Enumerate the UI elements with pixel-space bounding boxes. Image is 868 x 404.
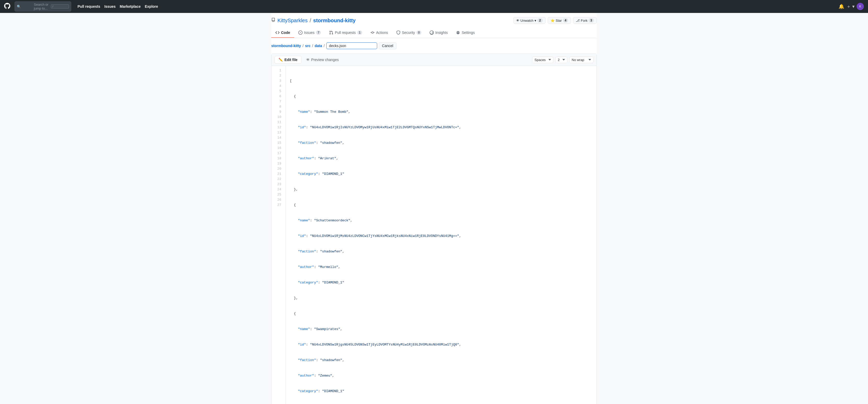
pull-requests-link[interactable]: Pull requests (78, 4, 100, 8)
topnav-links: Pull requests Issues Marketplace Explore (78, 4, 158, 8)
editor-controls: Spaces Tabs 2 4 8 No wrap Soft wrap (532, 57, 593, 63)
tab-insights-label: Insights (435, 31, 448, 35)
github-logo-icon[interactable] (4, 3, 10, 10)
page-content: KittySparkles / stormbound-kitty 👁 Unwat… (271, 13, 597, 404)
tab-pullrequests[interactable]: Pull requests 1 (325, 28, 366, 38)
notifications-button[interactable]: 🔔 (839, 4, 844, 9)
pr-badge: 1 (357, 31, 362, 35)
code-line-14: "category": "DIAMOND_1" (290, 280, 592, 285)
edit-file-tab[interactable]: ✏️ Edit file (275, 56, 302, 64)
line-num-2: 2 (276, 73, 281, 78)
code-line-7: "category": "DIAMOND_1" (290, 171, 592, 177)
code-editor[interactable]: 1 2 3 4 5 6 7 8 9 10 11 12 13 14 15 16 1 (272, 66, 596, 404)
indent-type-select[interactable]: Spaces Tabs (532, 57, 553, 63)
breadcrumb-data[interactable]: data (315, 44, 322, 48)
line-num-25: 25 (276, 192, 281, 197)
repo-actions: 👁 Unwatch ▾ 2 ⭐ Star 4 ⎇ Fork 3 (513, 17, 597, 24)
topnav-right: 🔔 ＋ ▾ K (839, 3, 864, 10)
line-num-27: 27 (276, 203, 281, 208)
line-num-11: 11 (276, 120, 281, 125)
star-button[interactable]: ⭐ Star 4 (548, 17, 571, 24)
tab-code[interactable]: Code (271, 28, 294, 38)
cancel-button[interactable]: Cancel (379, 42, 397, 49)
code-line-3: "name": "Summon The Bomb", (290, 109, 592, 115)
line-num-16: 16 (276, 146, 281, 151)
repo-header: KittySparkles / stormbound-kitty 👁 Unwat… (271, 13, 597, 28)
code-line-15: }, (290, 296, 592, 301)
watch-button[interactable]: 👁 Unwatch ▾ 2 (513, 17, 546, 24)
line-num-15: 15 (276, 140, 281, 146)
repo-title: KittySparkles / stormbound-kitty (271, 18, 356, 24)
line-num-26: 26 (276, 197, 281, 203)
search-kbd: / (51, 4, 69, 8)
fork-icon: ⎇ (576, 19, 580, 23)
tab-actions[interactable]: Actions (366, 28, 392, 38)
issues-link[interactable]: Issues (104, 4, 116, 8)
editor-toolbar: ✏️ Edit file 👁 Preview changes Spaces Ta… (272, 54, 596, 66)
wrap-mode-select[interactable]: No wrap Soft wrap (569, 57, 593, 63)
filename-input[interactable] (326, 42, 377, 49)
tab-code-label: Code (281, 31, 290, 35)
repo-sep: / (310, 18, 311, 24)
edit-tab-label: Edit file (284, 58, 298, 62)
line-num-3: 3 (276, 78, 281, 84)
repo-name-link[interactable]: stormbound-kitty (313, 18, 355, 24)
search-placeholder: Search or jump to... (34, 3, 49, 10)
code-content[interactable]: [ { "name": "Summon The Bomb", "id": "NU… (286, 66, 596, 404)
tab-security[interactable]: Security 0 (392, 28, 426, 38)
line-num-7: 7 (276, 99, 281, 104)
tab-actions-label: Actions (376, 31, 388, 35)
search-bar[interactable]: 🔍 Search or jump to... / (14, 1, 71, 12)
line-num-6: 6 (276, 94, 281, 99)
code-line-18: "id": "NU4xLDVONSw1RjgsNU45LDVGNSw1TjEyL… (290, 342, 592, 347)
code-line-8: }, (290, 187, 592, 192)
editor-container: ✏️ Edit file 👁 Preview changes Spaces Ta… (271, 54, 597, 404)
tab-insights[interactable]: Insights (426, 28, 452, 38)
breadcrumb: stormbound-kitty / src / data / Cancel (271, 38, 597, 54)
line-num-8: 8 (276, 104, 281, 109)
issues-badge: 7 (316, 31, 321, 35)
line-num-9: 9 (276, 109, 281, 115)
line-numbers: 1 2 3 4 5 6 7 8 9 10 11 12 13 14 15 16 1 (272, 66, 286, 404)
code-line-16: { (290, 311, 592, 316)
preview-changes-tab[interactable]: 👁 Preview changes (303, 56, 343, 64)
repo-icon (271, 18, 275, 23)
preview-tab-label: Preview changes (311, 58, 339, 62)
tab-issues-label: Issues (304, 31, 314, 35)
line-num-19: 19 (276, 161, 281, 166)
top-navigation: 🔍 Search or jump to... / Pull requests I… (0, 0, 868, 13)
line-num-12: 12 (276, 125, 281, 130)
editor-tabs: ✏️ Edit file 👁 Preview changes (275, 56, 342, 64)
eye-icon: 👁 (516, 19, 520, 23)
pencil-icon: ✏️ (278, 58, 283, 62)
tab-issues[interactable]: Issues 7 (294, 28, 325, 38)
code-line-5: "faction": "shadowfen", (290, 140, 592, 146)
tab-settings[interactable]: Settings (452, 28, 479, 38)
code-line-2: { (290, 94, 592, 99)
line-num-22: 22 (276, 177, 281, 182)
fork-button[interactable]: ⎇ Fork 3 (573, 17, 597, 24)
breadcrumb-sep2: / (312, 44, 313, 48)
line-num-4: 4 (276, 84, 281, 89)
code-line-20: "author": "Zemeu", (290, 373, 592, 378)
repo-owner-link[interactable]: KittySparkles (277, 18, 308, 24)
code-line-1: [ (290, 78, 592, 84)
indent-size-select[interactable]: 2 4 8 (555, 57, 567, 63)
avatar[interactable]: K (857, 3, 864, 10)
tab-pr-label: Pull requests (335, 31, 356, 35)
line-num-10: 10 (276, 115, 281, 120)
eye-preview-icon: 👁 (306, 58, 310, 62)
breadcrumb-sep1: / (303, 44, 304, 48)
new-menu-button[interactable]: ＋ ▾ (846, 3, 855, 9)
breadcrumb-sep3: / (324, 44, 325, 48)
breadcrumb-repo[interactable]: stormbound-kitty (271, 44, 301, 48)
fork-label: Fork (581, 19, 587, 23)
explore-link[interactable]: Explore (145, 4, 158, 8)
marketplace-link[interactable]: Marketplace (120, 4, 141, 8)
code-line-21: "category": "DIAMOND_1" (290, 389, 592, 394)
star-label: Star (556, 19, 562, 23)
code-line-9: { (290, 203, 592, 208)
breadcrumb-src[interactable]: src (305, 44, 311, 48)
line-num-14: 14 (276, 135, 281, 140)
watch-chevron: ▾ (534, 19, 536, 23)
